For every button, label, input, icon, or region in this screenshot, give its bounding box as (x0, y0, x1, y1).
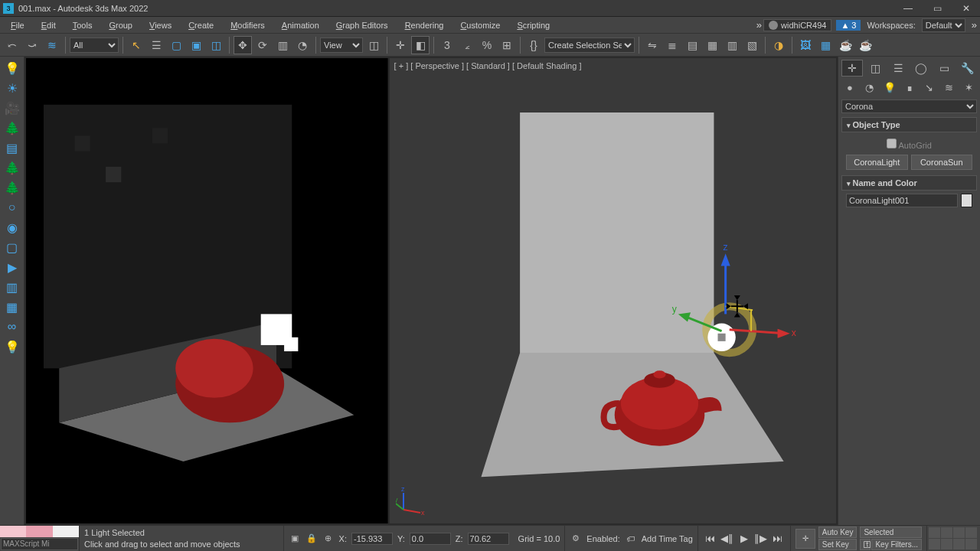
link2-icon[interactable]: ∞ (4, 318, 21, 335)
panel2-icon[interactable]: ▦ (4, 298, 21, 315)
menu-overflow-icon[interactable]: » (756, 19, 762, 31)
setkey-key-icon[interactable]: ⚿ (860, 539, 871, 550)
coord-y-input[interactable] (410, 533, 451, 545)
edit-selset-icon[interactable]: {} (524, 36, 543, 54)
toggle-ribbon-icon[interactable]: ▦ (703, 36, 721, 54)
setkey-button[interactable]: Set Key (818, 539, 858, 550)
refcoord-select[interactable]: View (320, 37, 363, 53)
maximize-viewport-icon[interactable] (965, 539, 977, 549)
paint-select-icon[interactable]: ◫ (207, 36, 225, 54)
tab-utilities-icon[interactable]: 🔧 (957, 60, 977, 77)
menu-edit[interactable]: Edit (34, 19, 64, 31)
sub-lights-icon[interactable]: 💡 (881, 80, 898, 95)
sub-helpers-icon[interactable]: ↘ (920, 80, 937, 95)
sub-spacewarps-icon[interactable]: ≋ (940, 80, 957, 95)
tab-create-icon[interactable]: ✛ (841, 60, 863, 77)
render-teapot2-icon[interactable]: ☕ (856, 36, 874, 54)
tree3-icon[interactable]: 🌲 (4, 179, 21, 196)
maximize-button[interactable]: ▭ (929, 3, 945, 14)
menu-file[interactable]: File (3, 19, 32, 31)
angle-snap-icon[interactable]: ⦟ (458, 36, 476, 54)
close-button[interactable]: ✕ (959, 3, 974, 14)
render-teapot-icon[interactable]: ☕ (836, 36, 854, 54)
material-swatch-strip[interactable] (0, 526, 79, 537)
align-icon[interactable]: ≣ (663, 36, 681, 54)
coronalight-button[interactable]: CoronaLight (846, 155, 908, 170)
menu-create[interactable]: Create (181, 19, 221, 31)
goto-start-icon[interactable]: ⏮ (703, 531, 718, 546)
tab-modify-icon[interactable]: ◫ (866, 60, 886, 77)
schematic-icon[interactable]: ▧ (743, 36, 761, 54)
zoom-all-icon[interactable] (941, 527, 952, 538)
list-icon[interactable]: ▤ (4, 139, 21, 156)
key-mode-icon[interactable]: ✛ (795, 529, 815, 549)
placement-icon[interactable]: ◔ (293, 36, 312, 54)
tree2-icon[interactable]: 🌲 (4, 159, 21, 176)
redo-icon[interactable]: ⤻ (23, 36, 41, 54)
notification-badge[interactable]: ▲ 3 (836, 20, 861, 31)
zoom-extents-icon[interactable] (953, 527, 965, 538)
light-sun-icon[interactable]: ☀ (4, 80, 21, 96)
circle-icon[interactable]: ○ (4, 199, 21, 216)
tab-motion-icon[interactable]: ◯ (911, 60, 931, 77)
sub-geometry-icon[interactable]: ● (841, 80, 858, 95)
select-icon[interactable]: ↖ (127, 36, 145, 54)
camera-icon[interactable]: 🎥 (4, 99, 21, 116)
pan-icon[interactable] (941, 539, 952, 549)
material-editor-icon[interactable]: ◑ (769, 36, 788, 54)
timetag-icon[interactable]: 🏷 (625, 533, 637, 545)
selection-filter-select[interactable]: All (70, 37, 119, 53)
spinner-snap-icon[interactable]: ⊞ (498, 36, 516, 54)
rect-select-icon[interactable]: ▢ (167, 36, 185, 54)
selected-filter-button[interactable]: Selected (860, 527, 922, 538)
snap-toggle-icon[interactable]: ◧ (411, 36, 430, 54)
undo-icon[interactable]: ⤺ (3, 36, 21, 54)
sub-cameras-icon[interactable]: ∎ (901, 80, 918, 95)
maxscript-mini-listener[interactable]: MAXScript Mi (1, 538, 78, 550)
menu-scripting[interactable]: Scripting (509, 19, 557, 31)
menu-animation[interactable]: Animation (274, 19, 327, 31)
menu-group[interactable]: Group (101, 19, 140, 31)
isolate-icon[interactable]: ▣ (289, 533, 301, 545)
menu-grapheditors[interactable]: Graph Editors (328, 19, 396, 31)
object-name-input[interactable] (846, 194, 958, 207)
goto-end-icon[interactable]: ⏭ (770, 531, 786, 546)
light-omni-icon[interactable]: 💡 (4, 60, 21, 77)
minimize-button[interactable]: — (900, 3, 916, 14)
snap3-icon[interactable]: 3 (438, 36, 456, 54)
render-frame-icon[interactable]: ▦ (816, 36, 835, 54)
viewport-perspective[interactable]: [ + ] [ Perspective ] [ Standard ] [ Def… (390, 58, 836, 523)
zoom-icon[interactable] (929, 527, 940, 538)
next-frame-icon[interactable]: ∥▶ (753, 531, 769, 546)
menu-customize[interactable]: Customize (452, 19, 508, 31)
zoom-extents-all-icon[interactable] (965, 527, 977, 538)
keyfilters-button[interactable]: Key Filters... (871, 539, 922, 550)
prev-frame-icon[interactable]: ◀∥ (720, 531, 735, 546)
coronasun-button[interactable]: CoronaSun (911, 155, 973, 170)
tab-display-icon[interactable]: ▭ (934, 60, 954, 77)
box-icon[interactable]: ▢ (4, 239, 21, 256)
manipulate-icon[interactable]: ✛ (391, 36, 410, 54)
link-icon[interactable]: ≋ (43, 36, 61, 54)
lock-icon[interactable]: 🔒 (305, 533, 318, 545)
panel-icon[interactable]: ▥ (4, 279, 21, 295)
coord-x-input[interactable] (351, 533, 393, 545)
percent-snap-icon[interactable]: % (478, 36, 496, 54)
viewport-label[interactable]: [ + ] [ Perspective ] [ Standard ] [ Def… (394, 61, 582, 70)
rollout-object-type[interactable]: Object Type (841, 117, 977, 132)
curve-editor-icon[interactable]: ▥ (723, 36, 741, 54)
fov-icon[interactable] (929, 539, 940, 549)
coord-mode-icon[interactable]: ⊕ (322, 533, 335, 545)
workspace-select[interactable]: Default (922, 18, 965, 32)
sphere-icon[interactable]: ◉ (4, 219, 21, 236)
orbit-icon[interactable] (953, 539, 965, 549)
render-setup-icon[interactable]: 🖼 (796, 36, 815, 54)
sub-shapes-icon[interactable]: ◔ (861, 80, 878, 95)
adaptive-icon[interactable]: ⚙ (570, 533, 582, 545)
autokey-button[interactable]: Auto Key (818, 527, 858, 538)
move-icon[interactable]: ✥ (234, 36, 252, 54)
select-by-name-icon[interactable]: ☰ (147, 36, 165, 54)
rollout-name-color[interactable]: Name and Color (841, 175, 977, 191)
object-color-swatch[interactable] (961, 194, 972, 207)
sub-systems-icon[interactable]: ✶ (960, 80, 977, 95)
